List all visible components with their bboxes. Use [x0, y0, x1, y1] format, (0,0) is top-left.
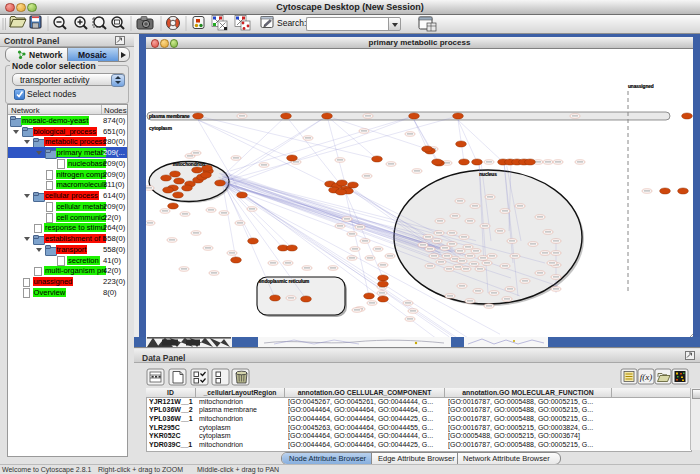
- svg-text:plasma membrane: plasma membrane: [149, 114, 190, 119]
- svg-text:cytoplasm: cytoplasm: [149, 126, 172, 131]
- svg-text:nucleus: nucleus: [479, 172, 497, 177]
- svg-text:mitochondrion: mitochondrion: [173, 162, 205, 167]
- svg-text:endoplasmic reticulum: endoplasmic reticulum: [259, 279, 309, 284]
- svg-text:unassigned: unassigned: [628, 84, 654, 89]
- svg-text:f(x): f(x): [640, 372, 653, 382]
